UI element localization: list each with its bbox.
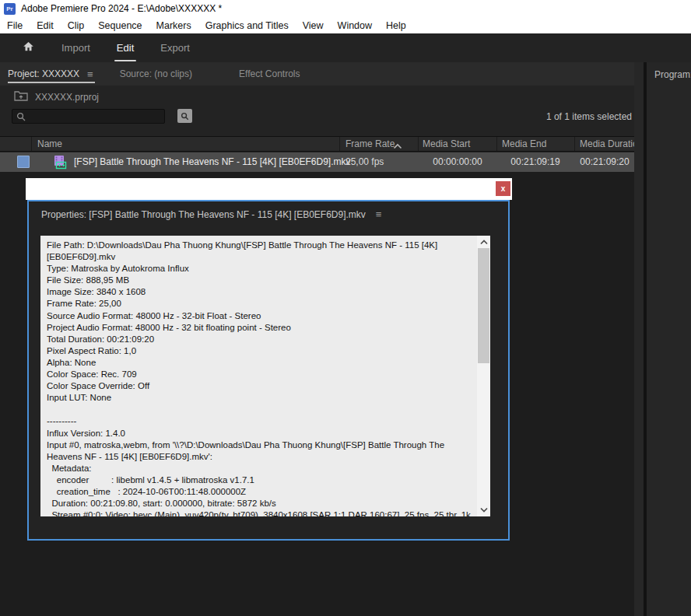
properties-panel-title: Properties: [FSP] Battle Through The Hea… [41,209,366,220]
menu-edit[interactable]: Edit [30,20,61,31]
clip-media-duration: 00:21:09:20 [574,156,634,167]
tab-import[interactable]: Import [61,42,90,54]
clip-frame-rate: 25,00 fps [346,156,384,167]
properties-text: File Path: D:\Downloads\Dau Pha Thuong K… [40,236,477,516]
column-media-end[interactable]: Media End [502,138,546,149]
program-monitor-panel: Program: [647,62,691,616]
clip-row-selected[interactable]: [FSP] Battle Through The Heavens NF - 11… [0,152,634,172]
properties-panel-menu-icon[interactable]: ≡ [376,208,382,220]
column-divider[interactable] [418,137,419,151]
menu-file[interactable]: File [0,20,30,31]
search-icon [16,112,26,121]
column-media-start[interactable]: Media Start [423,138,470,149]
menu-help[interactable]: Help [379,20,413,31]
menu-bar: File Edit Clip Sequence Markers Graphics… [0,17,691,33]
tab-source-monitor[interactable]: Source: (no clips) [114,62,198,86]
search-bin-button[interactable] [177,109,192,123]
home-icon [22,40,35,56]
home-button[interactable] [22,40,35,56]
menu-markers[interactable]: Markers [149,20,198,31]
column-name[interactable]: Name [37,138,62,149]
panel-tab-bar: Project: XXXXXX ≡ Source: (no clips) Eff… [0,62,634,86]
list-column-header: Name Frame Rate Media Start Media End Me… [0,136,634,152]
column-divider[interactable] [31,137,32,151]
tab-effect-controls[interactable]: Effect Controls [233,62,306,86]
window-titlebar: Pr Adobe Premiere Pro 2024 - E:\Adobe\XX… [0,0,691,17]
column-media-duration[interactable]: Media Duration [580,138,634,149]
menu-window[interactable]: Window [331,20,379,31]
menu-graphics-and-titles[interactable]: Graphics and Titles [198,20,296,31]
tab-effect-controls-label: Effect Controls [239,68,300,79]
tab-source-label: Source: (no clips) [120,68,192,79]
column-divider[interactable] [574,137,575,151]
tab-edit[interactable]: Edit [117,42,134,54]
bin-name: XXXXXX.prproj [35,92,99,103]
sort-ascending-icon[interactable] [393,141,402,152]
tab-project-label: Project: XXXXXX [8,68,79,79]
tab-program-monitor[interactable]: Program: [647,62,691,80]
clip-media-start: 00:00:00:00 [419,156,496,167]
column-divider[interactable] [339,137,340,151]
clip-name: [FSP] Battle Through The Heavens NF - 11… [74,156,351,167]
folder-up-icon [14,90,28,103]
scroll-up-icon[interactable] [477,236,490,248]
properties-text-area: File Path: D:\Downloads\Dau Pha Thuong K… [40,236,490,516]
menu-sequence[interactable]: Sequence [91,20,149,31]
properties-scrollbar[interactable] [477,236,490,516]
window-title: Adobe Premiere Pro 2024 - E:\Adobe\XXXXX… [21,3,222,14]
clip-media-end: 00:21:09:19 [496,156,574,167]
close-button[interactable]: x [496,181,510,196]
search-box [12,109,165,124]
properties-dialog-titlebar[interactable]: x [26,178,512,200]
tab-export[interactable]: Export [160,42,190,54]
properties-panel: Properties: [FSP] Battle Through The Hea… [27,200,510,541]
selection-status: 1 of 1 items selected [546,111,632,122]
menu-view[interactable]: View [296,20,331,31]
search-input[interactable] [30,110,162,123]
panel-menu-icon[interactable]: ≡ [87,68,93,80]
search-bin-icon [181,112,189,121]
av-clip-icon [52,155,68,172]
bin-breadcrumb[interactable]: XXXXXX.prproj [14,90,99,103]
premiere-app-icon: Pr [4,3,16,15]
menu-clip[interactable]: Clip [61,20,92,31]
tab-project[interactable]: Project: XXXXXX ≡ [2,62,100,86]
clip-label-color-chip[interactable] [17,156,30,168]
column-divider[interactable] [496,137,497,151]
scroll-down-icon[interactable] [477,504,490,516]
project-panel-scrollbar[interactable] [634,62,644,616]
properties-panel-header: Properties: [FSP] Battle Through The Hea… [41,208,381,220]
column-frame-rate[interactable]: Frame Rate [346,138,395,149]
workspace-toolbar: Import Edit Export [0,33,691,62]
scrollbar-thumb[interactable] [478,248,489,363]
